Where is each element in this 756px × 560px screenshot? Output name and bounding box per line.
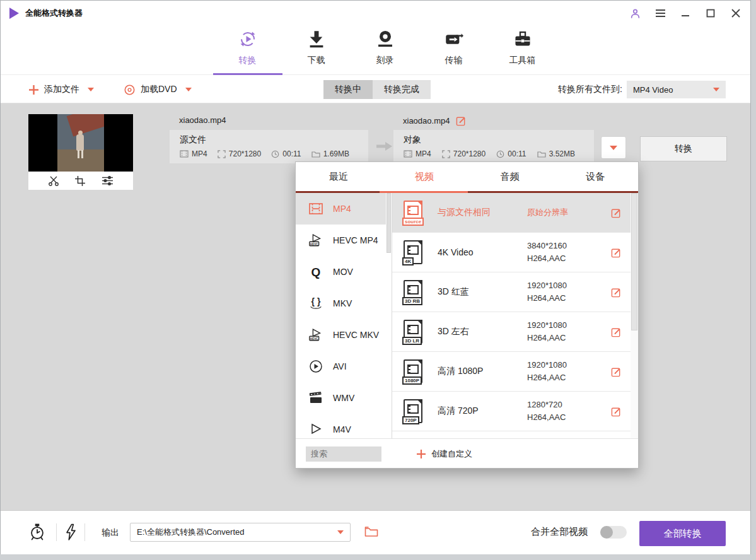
source-title: 源文件	[180, 134, 358, 146]
nav-tab-burn[interactable]: 刻录	[351, 30, 419, 66]
maximize-icon[interactable]	[705, 8, 716, 19]
thumbnail-image	[57, 114, 104, 172]
format-item-mp4[interactable]: MP4	[296, 193, 392, 225]
load-dvd-button[interactable]: 加载DVD	[124, 76, 192, 103]
plus-icon	[29, 85, 38, 95]
schedule-icon[interactable]	[28, 523, 46, 541]
preset-detail: 1920*1080H264,AAC	[527, 359, 611, 384]
app-window: 全能格式转换器	[0, 0, 751, 554]
folder-icon	[537, 150, 546, 158]
tab-converted[interactable]: 转换完成	[373, 80, 431, 99]
edit-preset-icon[interactable]	[611, 247, 622, 258]
format-item-mkv[interactable]: { } MKV	[296, 288, 392, 319]
target-duration: 00:11	[496, 149, 526, 158]
target-info-box: 对象 MP4 720*1280 00:11 3.52MB	[393, 130, 594, 163]
output-format-dropdown[interactable]: MP4 Video	[627, 81, 726, 98]
transfer-icon	[445, 30, 463, 51]
merge-toggle[interactable]	[600, 526, 627, 539]
format-item-hevc-mp4[interactable]: HEVC HEVC MP4	[296, 225, 392, 256]
format-item-avi[interactable]: AVI	[296, 351, 392, 382]
preset-1080p[interactable]: 1080P 高清 1080P 1920*1080H264,AAC	[392, 352, 631, 392]
rename-icon[interactable]	[456, 115, 467, 126]
high-speed-icon[interactable]	[63, 523, 78, 541]
bottom-bar: 输出 E:\全能格式转换器\Converted 合并全部视频 全部转换	[1, 510, 750, 554]
format-label: M4V	[333, 424, 351, 435]
preset-720p[interactable]: 720P 高清 720P 1280*720H264,AAC	[392, 392, 631, 431]
popup-footer: 创建自定义	[296, 438, 638, 469]
chevron-down-icon	[185, 88, 192, 91]
create-custom-button[interactable]: 创建自定义	[417, 448, 472, 460]
search-input[interactable]	[306, 446, 381, 462]
output-format-value: MP4 Video	[633, 85, 673, 95]
wmv-icon	[308, 391, 323, 405]
convert-button[interactable]: 转换	[640, 136, 727, 161]
edit-preset-icon[interactable]	[611, 207, 622, 218]
nav-tab-toolbox[interactable]: 工具箱	[488, 30, 557, 66]
preset-list-scrollbar[interactable]	[631, 193, 638, 438]
target-file-name-row: xiaodao.mp4	[403, 115, 467, 126]
popup-tab-recent[interactable]: 最近	[296, 162, 381, 191]
trim-icon[interactable]	[49, 175, 59, 186]
preset-name: 3D 左右	[438, 326, 527, 337]
popup-tab-device[interactable]: 设备	[552, 162, 638, 191]
toolbox-icon	[513, 30, 532, 51]
nav-tab-download[interactable]: 下载	[282, 30, 351, 66]
source-format: MP4	[180, 149, 207, 158]
popup-tab-video[interactable]: 视频	[381, 162, 467, 191]
output-path-value: E:\全能格式转换器\Converted	[137, 527, 245, 538]
format-item-hevc-mkv[interactable]: HEVC HEVC MKV	[296, 319, 392, 351]
nav-tab-transfer[interactable]: 传输	[419, 30, 488, 66]
svg-text:HEVC: HEVC	[310, 337, 318, 341]
chevron-down-icon	[610, 146, 617, 150]
convert-all-button[interactable]: 全部转换	[639, 521, 726, 546]
format-item-wmv[interactable]: WMV	[296, 382, 392, 414]
minimize-icon[interactable]	[680, 8, 691, 19]
edit-preset-icon[interactable]	[611, 287, 622, 298]
edit-preset-icon[interactable]	[611, 366, 622, 377]
source-to-target-arrow-icon	[376, 140, 393, 155]
popup-tabs: 最近 视频 音频 设备	[296, 162, 638, 191]
chevron-down-icon	[337, 530, 344, 534]
video-thumbnail[interactable]	[28, 114, 133, 190]
hevc-mp4-icon: HEVC	[308, 233, 323, 248]
format-item-m4v[interactable]: M4V	[296, 414, 392, 438]
preset-same-as-source[interactable]: source 与源文件相同 原始分辨率	[392, 193, 631, 233]
convert-icon	[238, 30, 257, 51]
format-list-scrollbar[interactable]	[386, 193, 392, 438]
target-file-name: xiaodao.mp4	[403, 116, 450, 125]
active-tab-underline	[213, 73, 282, 75]
app-title: 全能格式转换器	[25, 8, 83, 19]
3d-rb-preset-icon: 3D RB	[404, 280, 422, 304]
format-label: MOV	[333, 267, 353, 277]
nav-tab-convert[interactable]: 转换	[213, 30, 282, 66]
4k-preset-icon: 4K	[404, 240, 422, 264]
convert-all-to-label: 转换所有文件到:	[558, 84, 622, 95]
edit-preset-icon[interactable]	[611, 327, 622, 337]
account-icon[interactable]	[629, 8, 641, 19]
effects-icon[interactable]	[102, 176, 113, 185]
add-files-button[interactable]: 添加文件	[29, 76, 94, 103]
open-folder-icon[interactable]	[364, 526, 378, 537]
download-icon	[307, 30, 326, 51]
mkv-icon: { }	[308, 296, 323, 311]
menu-icon[interactable]	[654, 8, 666, 19]
crop-icon[interactable]	[75, 176, 85, 186]
target-format-dropdown-button[interactable]	[601, 136, 626, 159]
preset-list: source 与源文件相同 原始分辨率 4K 4K Video 3840*216…	[392, 193, 638, 438]
output-label: 输出	[102, 527, 119, 539]
nav-label: 传输	[445, 55, 463, 66]
tab-converting[interactable]: 转换中	[323, 80, 373, 99]
format-item-mov[interactable]: Q MOV	[296, 256, 392, 288]
close-icon[interactable]	[730, 8, 741, 19]
nav-label: 刻录	[376, 55, 394, 66]
edit-preset-icon[interactable]	[611, 406, 622, 417]
preset-3d-lr[interactable]: 3D LR 3D 左右 1920*1080H264,AAC	[392, 312, 631, 352]
film-icon	[404, 150, 412, 158]
output-path-dropdown[interactable]: E:\全能格式转换器\Converted	[130, 523, 351, 542]
source-file-name: xiaodao.mp4	[179, 115, 226, 125]
popup-tab-audio[interactable]: 音频	[467, 162, 553, 191]
preset-3d-rb[interactable]: 3D RB 3D 红蓝 1920*1080H264,AAC	[392, 272, 631, 312]
content-area: xiaodao.mp4 源文件 MP4 720*1280 00:11	[1, 103, 750, 510]
format-label: AVI	[333, 361, 347, 371]
preset-4k[interactable]: 4K 4K Video 3840*2160H264,AAC	[392, 233, 631, 272]
